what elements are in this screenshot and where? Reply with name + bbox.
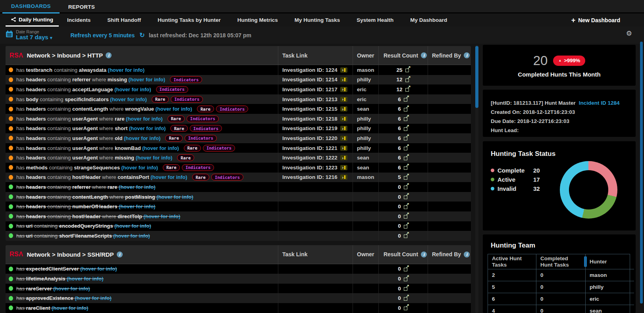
hover-info-link[interactable]: (hover for info) [50,305,88,311]
dashboard-tab-my-dashboard[interactable]: My Dashboard [402,13,455,27]
open-result-icon[interactable]: ↗ [404,277,409,281]
hover-info-link[interactable]: (hover for info) [155,194,193,200]
investigate-icon[interactable]: › [340,106,347,111]
hover-info-link[interactable]: (hover for info) [112,233,150,239]
dashboard-tab-hunting-metrics[interactable]: Hunting Metrics [229,13,286,27]
new-dashboard-button[interactable]: + New Dashboard [571,13,620,27]
task-link[interactable]: Investigation ID: 1223 [282,165,337,171]
date-range-selector[interactable]: Date Range Last 7 days ▾ [6,29,52,41]
info-icon[interactable]: i [106,52,112,58]
open-result-icon[interactable]: ↗ [404,296,409,301]
rule-cell: has expectedClientServer (hover for info… [6,264,278,274]
dashboard-tab-shift-handoff[interactable]: Shift Handoff [99,13,149,27]
hover-info-link[interactable]: (hover for info) [149,174,187,180]
task-link[interactable]: Investigation ID: 1216 [282,174,337,180]
hover-info-link[interactable]: (hover for info) [79,266,117,272]
dashboard-tab-daily-hunting[interactable]: Daily Hunting [6,13,59,27]
hover-info-link[interactable]: (hover for info) [117,204,155,209]
investigate-icon[interactable]: › [340,146,347,151]
open-result-icon[interactable]: ↗ [404,116,409,121]
open-result-icon[interactable]: ↗ [404,305,409,310]
open-result-icon[interactable]: ↗ [404,107,409,111]
open-result-icon[interactable]: ↗ [404,233,409,238]
hover-info-link[interactable]: (hover for info) [142,213,180,219]
page-scrollbar-track[interactable] [640,42,643,313]
open-result-icon[interactable]: ↗ [405,77,410,82]
hover-info-link[interactable]: (hover for info) [134,155,172,161]
hover-info-link[interactable]: (hover for info) [127,125,166,131]
dashboard-tab-hunting-tasks-by-hunter[interactable]: Hunting Tasks by Hunter [149,13,229,27]
hover-info-link[interactable]: (hover for info) [113,86,151,92]
open-result-icon[interactable]: ↗ [404,204,409,209]
task-link[interactable]: Investigation ID: 1214 [282,77,337,83]
refresh-icon[interactable]: ↻ [139,31,145,39]
task-link[interactable]: Investigation ID: 1219 [282,125,337,131]
info-icon[interactable]: i [421,252,427,257]
task-link[interactable]: Investigation ID: 1222 [282,155,337,161]
open-result-icon[interactable]: ↗ [404,194,409,199]
content-scrollbar-track[interactable] [475,45,478,313]
tab-dashboards[interactable]: DASHBOARDS [2,0,60,13]
hover-info-link[interactable]: (hover for info) [127,77,165,83]
hover-info-link[interactable]: (hover for info) [117,184,155,190]
hover-info-link[interactable]: (hover for info) [106,67,145,73]
investigate-icon[interactable]: › [340,97,347,102]
dashboard-tab-incidents[interactable]: Incidents [59,13,99,27]
result-count-value: 0 [398,213,401,219]
open-result-icon[interactable]: ↗ [404,156,409,160]
page-scrollbar-thumb[interactable] [640,42,643,303]
open-result-icon[interactable]: ↗ [404,97,409,102]
investigate-icon[interactable]: › [340,116,347,121]
hover-info-link[interactable]: (hover for info) [122,135,160,141]
open-result-icon[interactable]: ↗ [404,146,409,150]
investigate-icon[interactable]: › [340,136,347,141]
info-icon[interactable]: i [421,52,427,58]
rule-row: has headers containing acceptLanguage (h… [6,84,471,94]
info-icon[interactable]: i [464,252,470,257]
open-result-icon[interactable]: ↗ [404,184,409,189]
open-result-icon[interactable]: ↗ [405,67,410,72]
open-result-icon[interactable]: ↗ [404,126,409,131]
open-result-icon[interactable]: ↗ [404,286,409,291]
open-result-icon[interactable]: ↗ [404,165,409,170]
open-result-icon[interactable]: ↗ [404,136,409,140]
open-result-icon[interactable]: ↗ [404,175,409,180]
investigate-icon[interactable]: › [340,87,347,92]
refresh-interval-link[interactable]: Refresh every 5 minutes [70,32,135,38]
task-link[interactable]: Investigation ID: 1215 [282,106,337,112]
open-result-icon[interactable]: ↗ [404,224,409,229]
open-result-icon[interactable]: ↗ [404,267,409,271]
investigate-icon[interactable]: › [340,77,347,82]
task-link[interactable]: Investigation ID: 1220 [282,135,337,141]
info-icon[interactable]: i [464,52,470,58]
task-link[interactable]: Investigation ID: 1213 [282,96,337,102]
open-result-icon[interactable]: ↗ [404,214,409,219]
hover-info-link[interactable]: (hover for info) [73,295,112,301]
task-link[interactable]: Investigation ID: 1224 [282,67,337,73]
hover-info-link[interactable]: (hover for info) [109,96,147,102]
gear-icon[interactable]: ⚙ [626,29,632,38]
content-scrollbar-thumb[interactable] [475,46,478,108]
hover-info-link[interactable]: (hover for info) [141,145,179,151]
hover-info-link[interactable]: (hover for info) [124,116,162,122]
investigate-icon[interactable]: › [340,165,347,170]
investigate-icon[interactable]: › [340,175,347,180]
dashboard-tab-my-hunting-tasks[interactable]: My Hunting Tasks [286,13,349,27]
tab-reports[interactable]: REPORTS [60,0,104,13]
investigate-icon[interactable]: › [340,67,347,73]
info-icon[interactable]: i [117,252,123,257]
hover-info-link[interactable]: (hover for info) [120,165,158,171]
task-link[interactable]: Investigation ID: 1217 [282,86,337,92]
task-link[interactable]: Investigation ID: 1218 [282,116,337,122]
date-range-value[interactable]: Last 7 days ▾ [16,34,52,41]
open-result-icon[interactable]: ↗ [405,87,410,92]
task-link[interactable]: Investigation ID: 1221 [282,145,337,151]
incident-id-link[interactable]: Incident ID 1284 [579,100,620,106]
investigate-icon[interactable]: › [340,126,347,131]
hover-info-link[interactable]: (hover for info) [66,276,104,282]
hover-info-link[interactable]: (hover for info) [154,106,192,112]
dashboard-tab-system-health[interactable]: System Health [348,13,402,27]
hover-info-link[interactable]: (hover for info) [52,286,90,292]
investigate-icon[interactable]: › [340,155,347,160]
hover-info-link[interactable]: (hover for info) [113,223,151,229]
